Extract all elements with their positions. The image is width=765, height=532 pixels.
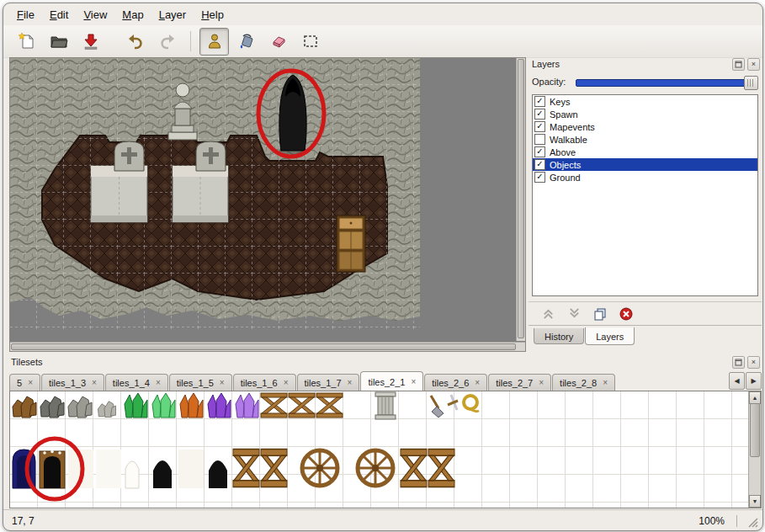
- float-icon: [735, 359, 742, 366]
- scroll-tabs-right-button[interactable]: ▶: [746, 372, 762, 390]
- tileset-tab[interactable]: tiles_1_7 ×: [297, 374, 360, 391]
- layer-visibility-checkbox[interactable]: ✓: [534, 159, 545, 170]
- new-file-icon: [18, 32, 36, 51]
- scroll-down-button[interactable]: ▼: [749, 495, 761, 508]
- stamp-tool-button[interactable]: [199, 28, 229, 56]
- status-bar: 17, 7 100%: [3, 509, 762, 531]
- save-button[interactable]: [76, 28, 105, 56]
- tilesets-titlebar[interactable]: Tilesets ×: [9, 355, 762, 369]
- layer-name: Ground: [550, 173, 581, 183]
- menu-item[interactable]: File: [10, 5, 41, 24]
- tileset-tab[interactable]: tiles_1_4 ×: [105, 374, 168, 391]
- tileset-canvas[interactable]: [10, 391, 749, 508]
- tab-close-icon[interactable]: ×: [92, 379, 97, 387]
- move-layer-down-button[interactable]: [566, 306, 582, 322]
- tileset-content[interactable]: ▲ ▼: [9, 391, 762, 508]
- person-stamp-icon: [205, 32, 224, 51]
- menu-item[interactable]: Help: [194, 5, 231, 24]
- menu-item[interactable]: Layer: [152, 5, 194, 24]
- tab-close-icon[interactable]: ×: [28, 379, 33, 387]
- menu-item[interactable]: Map: [115, 5, 150, 24]
- layer-row[interactable]: ✓ Objects: [533, 158, 757, 171]
- duplicate-layer-button[interactable]: [592, 306, 608, 322]
- layer-row[interactable]: ✓ Spawn: [533, 108, 757, 120]
- opacity-slider-track[interactable]: [576, 79, 757, 87]
- eraser-tool-button[interactable]: [263, 28, 293, 56]
- check-icon: ✓: [536, 122, 543, 130]
- tileset-tab[interactable]: tiles_2_7 ×: [488, 374, 551, 391]
- tab-close-icon[interactable]: ×: [603, 379, 608, 387]
- tab-close-icon[interactable]: ×: [411, 378, 416, 386]
- tileset-tab[interactable]: tiles_1_5 ×: [169, 374, 232, 391]
- layer-row[interactable]: ✓ Mapevents: [533, 120, 757, 133]
- tile-pillar[interactable]: [375, 392, 396, 419]
- tab-close-icon[interactable]: ×: [220, 379, 225, 387]
- map-canvas[interactable]: [10, 58, 515, 341]
- map-vscroll-thumb[interactable]: [518, 59, 524, 338]
- close-panel-button[interactable]: ×: [747, 58, 760, 71]
- layer-row[interactable]: ✓ Ground: [533, 171, 757, 184]
- layer-visibility-checkbox[interactable]: ✓: [534, 146, 545, 157]
- map-hscroll-thumb[interactable]: [11, 343, 516, 350]
- layer-row[interactable]: ✓ Above: [533, 146, 757, 158]
- tab-close-icon[interactable]: ×: [539, 379, 544, 387]
- scroll-tabs-left-button[interactable]: ◀: [729, 372, 745, 390]
- delete-layer-button[interactable]: [619, 306, 634, 322]
- tab-label: tiles_1_5: [177, 378, 214, 388]
- panel-tab[interactable]: History: [534, 328, 584, 344]
- tile-wheel[interactable]: [302, 450, 337, 486]
- down-arrow-icon: ▼: [752, 498, 758, 504]
- tab-close-icon[interactable]: ×: [475, 379, 480, 387]
- open-button[interactable]: [44, 28, 73, 56]
- tileset-tab[interactable]: 5 ×: [9, 374, 40, 391]
- tileset-tab[interactable]: tiles_2_1 ×: [360, 371, 423, 391]
- float-panel-button[interactable]: [732, 58, 745, 71]
- tile-door-wood[interactable]: [40, 450, 65, 488]
- layer-name: Objects: [550, 160, 581, 170]
- tile-light[interactable]: [178, 450, 204, 488]
- tileset-tab[interactable]: tiles_2_8 ×: [552, 374, 615, 391]
- fill-tool-button[interactable]: [231, 28, 261, 56]
- tab-close-icon[interactable]: ×: [284, 379, 289, 387]
- new-file-button[interactable]: [12, 28, 41, 56]
- undo-button[interactable]: [120, 28, 150, 56]
- menu-item[interactable]: Edit: [43, 5, 75, 24]
- paint-bucket-icon: [237, 32, 256, 51]
- opacity-slider[interactable]: [576, 76, 758, 88]
- tile-light[interactable]: [96, 450, 121, 488]
- layer-list[interactable]: ✓ Keys ✓ Spawn ✓ Mapevents ✓ Walkable ✓ …: [532, 94, 758, 296]
- tileset-tab[interactable]: tiles_2_6 ×: [424, 374, 487, 391]
- tileset-scroll-thumb[interactable]: [750, 403, 760, 457]
- menu-item[interactable]: View: [77, 5, 114, 24]
- layer-visibility-checkbox[interactable]: ✓: [534, 109, 545, 120]
- panel-tab[interactable]: Layers: [585, 327, 635, 345]
- layer-visibility-checkbox[interactable]: ✓: [534, 134, 545, 145]
- float-tilesets-button[interactable]: [732, 356, 745, 369]
- save-icon: [82, 32, 100, 51]
- layer-row[interactable]: ✓ Walkable: [533, 133, 757, 146]
- map-horizontal-scrollbar[interactable]: [10, 342, 525, 351]
- tab-close-icon[interactable]: ×: [348, 379, 353, 387]
- opacity-slider-handle[interactable]: [744, 76, 758, 90]
- tileset-tab-strip: 5 × tiles_1_3 × tiles_1_4 × tiles_1_5 × …: [9, 371, 729, 391]
- tileset-scrollbar[interactable]: ▲ ▼: [748, 391, 761, 508]
- map-editor-area[interactable]: [9, 57, 526, 352]
- tileset-tab[interactable]: tiles_1_6 ×: [233, 374, 296, 391]
- layer-visibility-checkbox[interactable]: ✓: [534, 96, 545, 107]
- move-layer-up-button[interactable]: [540, 306, 555, 322]
- map-vertical-scrollbar[interactable]: [516, 58, 525, 341]
- scroll-up-button[interactable]: ▲: [749, 391, 761, 404]
- close-tilesets-button[interactable]: ×: [747, 356, 760, 369]
- layer-visibility-checkbox[interactable]: ✓: [534, 172, 545, 183]
- layer-row[interactable]: ✓ Keys: [533, 95, 757, 108]
- tab-close-icon[interactable]: ×: [156, 379, 161, 387]
- tile-wheel[interactable]: [358, 450, 393, 486]
- tileset-tab[interactable]: tiles_1_3 ×: [41, 374, 104, 391]
- check-icon: ✓: [536, 109, 543, 118]
- tile-arch-white[interactable]: [125, 461, 139, 488]
- layers-panel-titlebar[interactable]: Layers ×: [529, 57, 762, 71]
- select-tool-button[interactable]: [295, 28, 325, 56]
- resize-grip[interactable]: [747, 517, 759, 529]
- layer-visibility-checkbox[interactable]: ✓: [534, 121, 545, 132]
- redo-button[interactable]: [152, 28, 182, 56]
